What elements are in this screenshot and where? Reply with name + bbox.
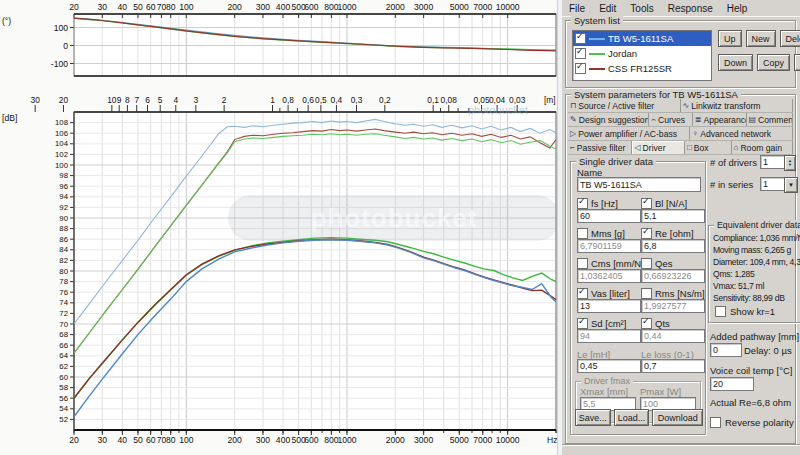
tab-advanced-network[interactable]: ♀Advanced network [690, 127, 793, 140]
svg-text:5000: 5000 [450, 2, 469, 12]
param-input-sd-cm[interactable]: 94 [577, 329, 641, 343]
le-input[interactable]: 0,45 [577, 359, 641, 373]
svg-text:54: 54 [59, 404, 68, 413]
tab-box[interactable]: □Box [685, 141, 732, 154]
menu-item-edit[interactable]: Edit [592, 2, 623, 15]
param-input-rms-ns-m[interactable]: 1,9927577 [641, 299, 705, 313]
tab-row: ✎Design suggestion⌢Curves≣Appearance▤Com… [568, 113, 793, 127]
reverse-polarity-checkbox[interactable] [710, 417, 721, 428]
tab-power-amplifier-ac-bass[interactable]: ▷Power amplifier / AC-bass [568, 127, 690, 140]
svg-text:400: 400 [276, 2, 291, 12]
svg-text:58: 58 [59, 383, 68, 392]
svg-text:84: 84 [59, 245, 68, 254]
svg-text:2000: 2000 [386, 435, 405, 445]
download-button[interactable]: Download [652, 409, 703, 426]
param-checkbox[interactable] [641, 198, 652, 209]
system-item-checkbox[interactable] [575, 33, 586, 44]
param-input-re-ohm[interactable]: 6,8 [641, 239, 705, 253]
equiv-data-line: Sensitivity: 88,99 dB [713, 292, 800, 304]
driver-name-input[interactable]: TB W5-1611SA [577, 177, 701, 192]
svg-text:56: 56 [59, 394, 68, 403]
svg-text:60: 60 [146, 2, 156, 12]
up-button[interactable]: Up [718, 30, 742, 47]
param-checkbox[interactable] [641, 258, 652, 269]
tab-driver[interactable]: ◁Driver [632, 141, 685, 154]
tab-linkwitz-transform[interactable]: ∿Linkwitz transform [681, 99, 794, 112]
param-qes[interactable]: Qes [641, 258, 672, 269]
tab-design-suggestion[interactable]: ✎Design suggestion [568, 113, 649, 126]
delete-button[interactable]: Delete [780, 30, 800, 47]
param-checkbox[interactable] [577, 258, 588, 269]
param-input-cms-mm-n[interactable]: 1,0362405 [577, 269, 641, 283]
menu-item-response[interactable]: Response [661, 2, 720, 15]
down-button[interactable]: Down [718, 54, 753, 71]
param-rms-ns-m[interactable]: Rms [Ns/m] [641, 288, 705, 299]
system-item-checkbox[interactable] [575, 48, 586, 59]
system-list-item-tb-w5-1611sa[interactable]: TB W5-1611SA [573, 31, 711, 46]
reverse-polarity-row[interactable]: Reverse polarity [710, 417, 794, 428]
param-input-qts[interactable]: 0,44 [641, 329, 705, 343]
param-re-ohm[interactable]: Re [ohm] [641, 228, 694, 239]
svg-text:3000: 3000 [414, 2, 433, 12]
param-fs-hz[interactable]: fs [Hz] [577, 198, 618, 209]
svg-text:20: 20 [69, 2, 79, 12]
svg-text:30: 30 [98, 2, 108, 12]
param-mms-g[interactable]: Mms [g] [577, 228, 625, 239]
param-checkbox[interactable] [641, 318, 652, 329]
param-qts[interactable]: Qts [641, 318, 670, 329]
new-button[interactable]: New [746, 30, 776, 47]
show-kr-row[interactable]: Show kr=1 [715, 306, 775, 317]
tab-curves[interactable]: ⌢Curves [649, 113, 693, 126]
svg-text:1000: 1000 [337, 435, 356, 445]
num-series-dropdown-icon[interactable]: ▼ [784, 177, 798, 193]
spinner-down-icon[interactable]: ▼ [788, 163, 792, 167]
param-input-bl-n-a[interactable]: 5,1 [641, 209, 705, 223]
tab-source-active-filter[interactable]: ⊓Source / Active filter [568, 99, 681, 112]
param-checkbox[interactable] [577, 288, 588, 299]
svg-text:0,6: 0,6 [302, 95, 314, 105]
param-sd-cm[interactable]: Sd [cm²] [577, 318, 626, 329]
system-list-item-css-fr125sr[interactable]: CSS FR125SR [573, 61, 711, 76]
svg-text:0,5: 0,5 [315, 95, 327, 105]
param-label: Qes [655, 258, 672, 269]
param-checkbox[interactable] [577, 318, 588, 329]
le-loss-input[interactable]: 0,7 [641, 359, 705, 373]
tab-room-gain[interactable]: ⌂Room gain [732, 141, 793, 154]
menu-item-help[interactable]: Help [720, 2, 755, 15]
rename-button[interactable]: Rename [794, 54, 800, 71]
vc-temp-input[interactable]: 20 [710, 377, 754, 391]
tab-appearance[interactable]: ≣Appearance [693, 113, 747, 126]
param-checkbox[interactable] [577, 228, 588, 239]
svg-text:30: 30 [98, 435, 108, 445]
svg-text:7000: 7000 [473, 435, 492, 445]
system-item-checkbox[interactable] [575, 63, 586, 74]
param-vas-liter[interactable]: Vas [liter] [577, 288, 630, 299]
svg-text:0,1: 0,1 [427, 95, 439, 105]
save-button[interactable]: Save... [575, 409, 611, 426]
param-input-fs-hz[interactable]: 60 [577, 209, 641, 223]
param-checkbox[interactable] [641, 288, 652, 299]
param-input-mms-g[interactable]: 6,7901159 [577, 239, 641, 253]
show-kr-checkbox[interactable] [715, 306, 726, 317]
equivalent-driver-data-lines: Compliance: 1,036 mm/NMoving mass: 6,265… [713, 232, 800, 304]
param-bl-n-a[interactable]: Bl [N/A] [641, 198, 687, 209]
menu-item-tools[interactable]: Tools [623, 2, 660, 15]
load-button[interactable]: Load... [614, 409, 650, 426]
param-checkbox[interactable] [641, 228, 652, 239]
system-list-item-jordan[interactable]: Jordan [573, 46, 711, 61]
svg-text:100: 100 [55, 161, 69, 170]
param-cms-mm-n[interactable]: Cms [mm/N] [577, 258, 644, 269]
system-listbox[interactable]: TB W5-1611SAJordanCSS FR125SR [572, 30, 712, 81]
svg-text:0,4: 0,4 [331, 95, 343, 105]
param-checkbox[interactable] [577, 198, 588, 209]
copy-button[interactable]: Copy [757, 54, 790, 71]
param-input-vas-liter[interactable]: 13 [577, 299, 641, 313]
param-input-qes[interactable]: 0,66923226 [641, 269, 705, 283]
tab-comment[interactable]: ▤Comment [747, 113, 793, 126]
equiv-data-line: Qms: 1,285 [713, 268, 800, 280]
menu-item-file[interactable]: File [562, 2, 592, 15]
tab-passive-filter[interactable]: ⌐Passive filter [568, 141, 632, 154]
num-drivers-spinner[interactable]: ▲▼ [784, 155, 796, 171]
added-pathway-input[interactable]: 0 [710, 343, 742, 357]
charts-svg: 2030405060708010020030040050060080010002… [0, 0, 562, 455]
